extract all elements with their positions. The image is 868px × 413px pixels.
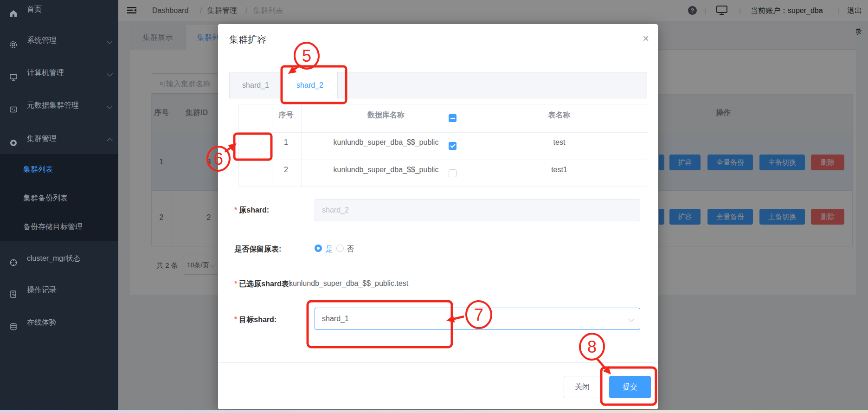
footer-divider bbox=[218, 362, 658, 363]
tab-shard-1[interactable]: shard_1 bbox=[229, 72, 282, 98]
source-shard-label: *原shard: bbox=[234, 206, 269, 215]
sidebar-item-label: 首页 bbox=[27, 0, 42, 19]
cell-seq: 1 bbox=[271, 138, 301, 147]
col-table-name: 表名称 bbox=[471, 110, 647, 120]
close-button[interactable]: 关闭 bbox=[564, 376, 601, 398]
sidebar-item-label: 计算机管理 bbox=[27, 63, 64, 83]
sidebar-item-system-mgmt[interactable]: 系统管理 bbox=[0, 30, 118, 51]
card-icon bbox=[9, 101, 18, 110]
cell-table-name: test1 bbox=[471, 166, 647, 174]
cluster-expand-modal: 集群扩容 × shard_1 shard_2 序号 数据库名称 表名称 1 ku… bbox=[218, 24, 658, 409]
sidebar-item-metadata-cluster-mgmt[interactable]: 元数据集群管理 bbox=[0, 95, 118, 116]
app-root: 首页 系统管理 计算机管理 元数据集群管理 bbox=[0, 0, 868, 413]
sidebar-item-cluster-mgmt[interactable]: 集群管理 bbox=[0, 129, 118, 149]
gear-icon bbox=[9, 36, 18, 45]
selected-shard-table-value: kunlundb_super_dba_$$_public.test bbox=[289, 279, 408, 288]
chevron-down-icon bbox=[628, 316, 634, 322]
source-shard-input: shard_2 bbox=[315, 199, 640, 221]
sidebar-subitem-cluster-backup-list[interactable]: 集群备份列表 bbox=[0, 188, 118, 208]
chevron-down-icon bbox=[107, 38, 113, 44]
cell-seq: 2 bbox=[271, 166, 301, 174]
radio-dot bbox=[317, 247, 320, 250]
sidebar-item-label: 操作记录 bbox=[27, 280, 57, 300]
sidebar-subitem-label: 集群列表 bbox=[23, 159, 53, 180]
sidebar-item-cluster-mgr-status[interactable]: cluster_mgr状态 bbox=[0, 248, 118, 269]
bottom-edge-strip bbox=[0, 410, 868, 413]
chevron-down-icon bbox=[107, 71, 113, 77]
submit-button[interactable]: 提交 bbox=[609, 376, 651, 398]
sidebar-item-label: 元数据集群管理 bbox=[27, 95, 79, 116]
cluster-icon bbox=[9, 135, 18, 143]
sidebar-item-label: 在线体验 bbox=[27, 312, 57, 333]
sidebar: 首页 系统管理 计算机管理 元数据集群管理 bbox=[0, 0, 118, 413]
required-mark: * bbox=[234, 206, 237, 214]
sidebar-item-label: cluster_mgr状态 bbox=[27, 248, 81, 269]
radio-no-label[interactable]: 否 bbox=[347, 245, 354, 254]
cell-db-name: kunlundb_super_dba_$$_public bbox=[301, 166, 471, 174]
table-line bbox=[239, 160, 648, 160]
keep-table-label: 是否保留原表: bbox=[234, 245, 281, 254]
modal-title: 集群扩容 bbox=[229, 33, 266, 46]
monitor-icon bbox=[9, 69, 18, 77]
close-icon[interactable]: × bbox=[639, 32, 652, 45]
chevron-up-icon bbox=[107, 138, 113, 144]
cell-table-name: test bbox=[471, 138, 647, 147]
home-icon bbox=[9, 5, 18, 13]
radio-yes-label[interactable]: 是 bbox=[325, 245, 333, 254]
sidebar-item-label: 系统管理 bbox=[27, 30, 57, 51]
required-mark: * bbox=[234, 316, 237, 323]
target-shard-select[interactable]: shard_1 bbox=[315, 308, 640, 330]
sidebar-item-label: 集群管理 bbox=[27, 129, 57, 149]
target-icon bbox=[9, 254, 18, 263]
target-shard-label: *目标shard: bbox=[234, 315, 276, 325]
sidebar-item-online-experience[interactable]: 在线体验 bbox=[0, 312, 118, 333]
document-icon bbox=[9, 286, 18, 294]
sidebar-subitem-backup-storage-target[interactable]: 备份存储目标管理 bbox=[0, 217, 118, 237]
table-line bbox=[239, 132, 648, 133]
sidebar-subitem-label: 备份存储目标管理 bbox=[23, 217, 83, 237]
selected-shard-table-label: *已选原shard表: bbox=[234, 279, 291, 289]
sidebar-subitem-cluster-list[interactable]: 集群列表 bbox=[0, 159, 118, 180]
sidebar-item-operation-log[interactable]: 操作记录 bbox=[0, 280, 118, 300]
radio-yes[interactable] bbox=[315, 245, 322, 252]
sidebar-item-home[interactable]: 首页 bbox=[0, 0, 118, 19]
sidebar-item-computer-mgmt[interactable]: 计算机管理 bbox=[0, 63, 118, 83]
target-shard-value: shard_1 bbox=[322, 315, 349, 323]
col-db-name: 数据库名称 bbox=[301, 110, 471, 120]
tab-shard-2[interactable]: shard_2 bbox=[282, 72, 338, 98]
chevron-down-icon bbox=[107, 103, 113, 109]
radio-no[interactable] bbox=[336, 245, 344, 252]
sidebar-subitem-label: 集群备份列表 bbox=[23, 188, 68, 208]
database-icon bbox=[9, 318, 18, 327]
col-seq: 序号 bbox=[271, 110, 301, 120]
cell-db-name: kunlundb_super_dba_$$_public bbox=[301, 138, 471, 147]
required-mark: * bbox=[234, 280, 237, 288]
